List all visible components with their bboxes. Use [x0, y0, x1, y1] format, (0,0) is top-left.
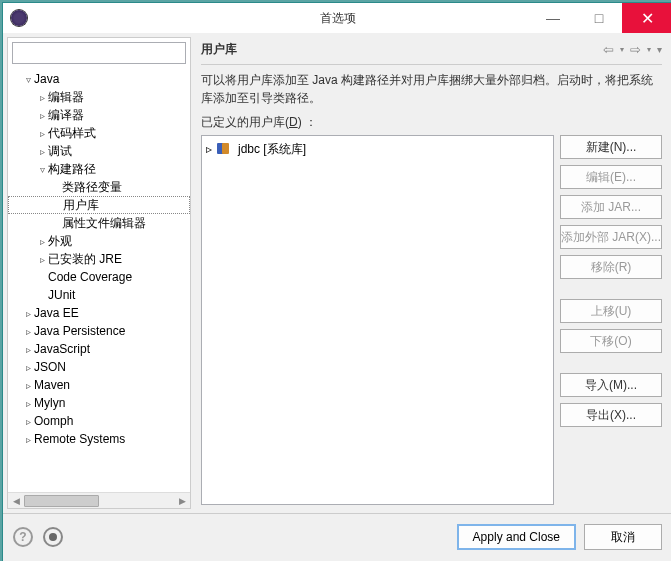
close-button[interactable]: ✕ — [622, 3, 671, 33]
tree-item[interactable]: JUnit — [8, 286, 190, 304]
tree-item[interactable]: ▹Java EE — [8, 304, 190, 322]
tree-item-label: Mylyn — [34, 396, 65, 410]
tree-item[interactable]: ▹Mylyn — [8, 394, 190, 412]
tree-item[interactable]: ▹Maven — [8, 376, 190, 394]
expand-icon[interactable]: ▹ — [22, 362, 34, 373]
tree-item-label: JSON — [34, 360, 66, 374]
view-menu-icon[interactable]: ▾ — [657, 44, 662, 55]
forward-menu-icon[interactable]: ▾ — [647, 45, 651, 54]
tree-item[interactable]: ▹Remote Systems — [8, 430, 190, 448]
expand-icon[interactable]: ▹ — [22, 344, 34, 355]
expand-icon[interactable]: ▹ — [22, 380, 34, 391]
dialog-footer: ? Apply and Close 取消 — [3, 513, 671, 561]
tree-item-label: Maven — [34, 378, 70, 392]
expand-icon[interactable]: ▹ — [36, 254, 48, 265]
tree-item-label: Code Coverage — [48, 270, 132, 284]
tree-item[interactable]: 类路径变量 — [8, 178, 190, 196]
tree-item-label: 外观 — [48, 233, 72, 250]
tree-item[interactable]: ▹Java Persistence — [8, 322, 190, 340]
user-libraries-list[interactable]: ▹jdbc [系统库] — [201, 135, 554, 505]
tree-item-label: 编辑器 — [48, 89, 84, 106]
tree-item-label: JUnit — [48, 288, 75, 302]
app-icon — [11, 10, 27, 26]
expand-icon[interactable]: ▹ — [36, 146, 48, 157]
page-title: 用户库 — [201, 41, 603, 58]
filter-input[interactable] — [12, 42, 186, 64]
titlebar: 首选项 — □ ✕ — [3, 3, 671, 33]
tree-item-label: 已安装的 JRE — [48, 251, 122, 268]
forward-icon[interactable]: ⇨ — [630, 42, 641, 57]
expand-icon[interactable]: ▹ — [206, 142, 212, 156]
export-button[interactable]: 导出(X)... — [560, 403, 662, 427]
page-description: 可以将用户库添加至 Java 构建路径并对用户库捆绑大量外部归档。启动时，将把系… — [201, 71, 662, 107]
tree-sidebar: ▿Java▹编辑器▹编译器▹代码样式▹调试▿构建路径类路径变量用户库属性文件编辑… — [7, 37, 191, 509]
tree-item-label: 类路径变量 — [62, 179, 122, 196]
defined-label: 已定义的用户库(D) ： — [201, 113, 662, 131]
tree-item-label: Oomph — [34, 414, 73, 428]
tree-item-label: Java EE — [34, 306, 79, 320]
content-pane: 用户库 ⇦▾ ⇨▾ ▾ 可以将用户库添加至 Java 构建路径并对用户库捆绑大量… — [195, 37, 668, 509]
up-button[interactable]: 上移(U) — [560, 299, 662, 323]
remove-button[interactable]: 移除(R) — [560, 255, 662, 279]
back-menu-icon[interactable]: ▾ — [620, 45, 624, 54]
import-button[interactable]: 导入(M)... — [560, 373, 662, 397]
preferences-tree[interactable]: ▿Java▹编辑器▹编译器▹代码样式▹调试▿构建路径类路径变量用户库属性文件编辑… — [8, 68, 190, 492]
expand-icon[interactable]: ▹ — [22, 308, 34, 319]
window-title: 首选项 — [320, 10, 356, 27]
record-icon[interactable] — [43, 527, 63, 547]
expand-icon[interactable]: ▹ — [36, 236, 48, 247]
expand-icon[interactable]: ▿ — [22, 74, 34, 85]
tree-item-label: JavaScript — [34, 342, 90, 356]
tree-item-label: Remote Systems — [34, 432, 125, 446]
expand-icon[interactable]: ▹ — [36, 110, 48, 121]
tree-item[interactable]: ▹编辑器 — [8, 88, 190, 106]
tree-item-label: 调试 — [48, 143, 72, 160]
scroll-thumb[interactable] — [24, 495, 99, 507]
tree-item[interactable]: 用户库 — [8, 196, 190, 214]
maximize-button[interactable]: □ — [576, 3, 622, 33]
minimize-button[interactable]: — — [530, 3, 576, 33]
tree-item[interactable]: ▹编译器 — [8, 106, 190, 124]
apply-close-button[interactable]: Apply and Close — [457, 524, 576, 550]
tree-item[interactable]: ▹调试 — [8, 142, 190, 160]
down-button[interactable]: 下移(O) — [560, 329, 662, 353]
tree-item-label: 编译器 — [48, 107, 84, 124]
add-external-jar-button[interactable]: 添加外部 JAR(X)... — [560, 225, 662, 249]
expand-icon[interactable]: ▹ — [36, 128, 48, 139]
scroll-left-icon[interactable]: ◀ — [8, 496, 24, 506]
edit-button[interactable]: 编辑(E)... — [560, 165, 662, 189]
page-nav-icons: ⇦▾ ⇨▾ ▾ — [603, 42, 662, 57]
library-label: jdbc [系统库] — [238, 141, 306, 158]
tree-item[interactable]: ▹JSON — [8, 358, 190, 376]
tree-item[interactable]: ▹代码样式 — [8, 124, 190, 142]
expand-icon[interactable]: ▹ — [22, 398, 34, 409]
tree-item-label: 构建路径 — [48, 161, 96, 178]
horizontal-scrollbar[interactable]: ◀ ▶ — [8, 492, 190, 508]
tree-item[interactable]: ▹JavaScript — [8, 340, 190, 358]
tree-item-label: 用户库 — [63, 197, 99, 214]
tree-item[interactable]: ▿构建路径 — [8, 160, 190, 178]
expand-icon[interactable]: ▹ — [36, 92, 48, 103]
add-jar-button[interactable]: 添加 JAR... — [560, 195, 662, 219]
expand-icon[interactable]: ▿ — [36, 164, 48, 175]
tree-item[interactable]: ▹外观 — [8, 232, 190, 250]
scroll-right-icon[interactable]: ▶ — [174, 496, 190, 506]
expand-icon[interactable]: ▹ — [22, 416, 34, 427]
tree-item-label: 属性文件编辑器 — [62, 215, 146, 232]
tree-item[interactable]: ▹Oomph — [8, 412, 190, 430]
preferences-window: 首选项 — □ ✕ ▿Java▹编辑器▹编译器▹代码样式▹调试▿构建路径类路径变… — [2, 2, 671, 561]
cancel-button[interactable]: 取消 — [584, 524, 662, 550]
expand-icon[interactable]: ▹ — [22, 326, 34, 337]
library-icon — [217, 143, 233, 155]
tree-item-label: Java Persistence — [34, 324, 125, 338]
tree-item[interactable]: 属性文件编辑器 — [8, 214, 190, 232]
library-item[interactable]: ▹jdbc [系统库] — [206, 140, 549, 158]
help-icon[interactable]: ? — [13, 527, 33, 547]
tree-item[interactable]: ▿Java — [8, 70, 190, 88]
expand-icon[interactable]: ▹ — [22, 434, 34, 445]
new-button[interactable]: 新建(N)... — [560, 135, 662, 159]
tree-item[interactable]: Code Coverage — [8, 268, 190, 286]
tree-item-label: 代码样式 — [48, 125, 96, 142]
back-icon[interactable]: ⇦ — [603, 42, 614, 57]
tree-item[interactable]: ▹已安装的 JRE — [8, 250, 190, 268]
